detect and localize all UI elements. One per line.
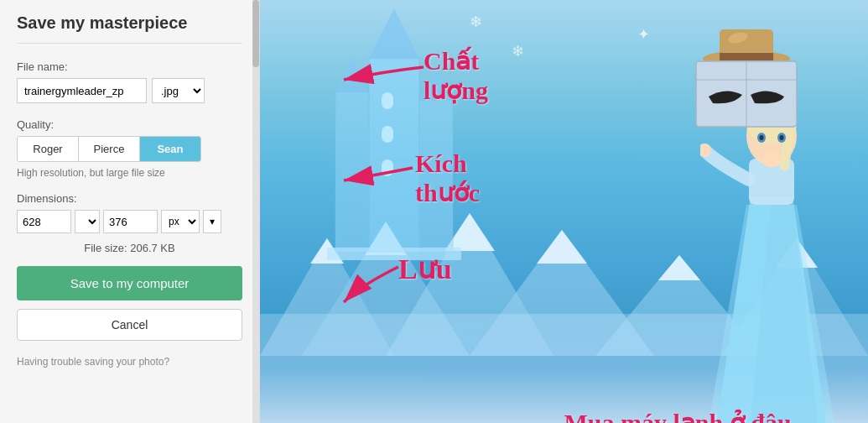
image-preview-panel: ❄ ❄ ✦ Chất lượng Kích thước Lưu Mua máy … [260,0,868,423]
file-size-value: 206.7 KB [130,242,175,254]
svg-point-33 [780,135,784,140]
dialog-title: Save my masterpiece [17,13,242,44]
file-size-label: File size: [84,242,127,254]
svg-marker-13 [369,8,419,59]
quality-hint: High resolution, but large file size [17,167,242,179]
filename-row: .jpg .png .gif .bmp [17,78,242,103]
chat-luong-text: Chất lượng [424,46,488,105]
scrollbar-thumb[interactable] [252,0,259,67]
dimensions-row: ▾ px in cm ▾ [17,210,242,233]
svg-marker-24 [709,205,834,423]
width-unit-select[interactable]: ▾ [75,210,100,233]
svg-marker-9 [537,230,587,264]
dimensions-section: Dimensions: ▾ px in cm ▾ [17,192,242,233]
kich-thuoc-text: Kích thước [415,149,480,207]
svg-marker-15 [335,59,369,92]
luu-text: Lưu [398,252,452,285]
quality-tab-pierce[interactable]: Pierce [79,137,140,161]
snowflake-1: ❄ [470,13,482,31]
dimensions-label: Dimensions: [17,192,242,205]
box-character [688,21,805,130]
svg-rect-12 [369,59,419,252]
trouble-text: Having trouble saving your photo? [17,356,242,368]
quality-tab-sean[interactable]: Sean [140,137,200,161]
quality-tabs: Roger Pierce Sean [17,136,201,162]
width-input[interactable] [17,210,71,233]
snowflake-3: ✦ [637,25,650,44]
svg-rect-37 [720,53,773,60]
svg-rect-14 [335,92,369,252]
quality-tab-roger[interactable]: Roger [18,137,79,161]
mua-may-lanh-text: Mua máy lạnh ở đâu [564,408,792,423]
svg-rect-19 [382,126,393,143]
quality-label: Quality: [17,118,242,131]
dimensions-expand-button[interactable]: ▾ [203,210,221,233]
filename-label: File name: [17,60,242,73]
file-size-text: File size: 206.7 KB [17,242,242,254]
elsa-figure [700,96,843,423]
svg-rect-18 [382,92,393,109]
save-dialog-panel: Save my masterpiece File name: .jpg .png… [0,0,260,423]
height-input[interactable] [103,210,158,233]
scrollbar-track[interactable] [252,0,259,423]
snowflake-2: ❄ [512,42,524,60]
svg-point-32 [760,135,764,140]
svg-marker-10 [658,255,700,280]
format-select[interactable]: .jpg .png .gif .bmp [152,78,205,103]
cancel-button[interactable]: Cancel [17,309,242,341]
quality-section: Quality: Roger Pierce Sean High resoluti… [17,118,242,179]
svg-rect-20 [382,159,393,176]
filename-input[interactable] [17,78,147,103]
unit-select[interactable]: px in cm [161,210,200,233]
save-button[interactable]: Save to my computer [17,266,242,300]
